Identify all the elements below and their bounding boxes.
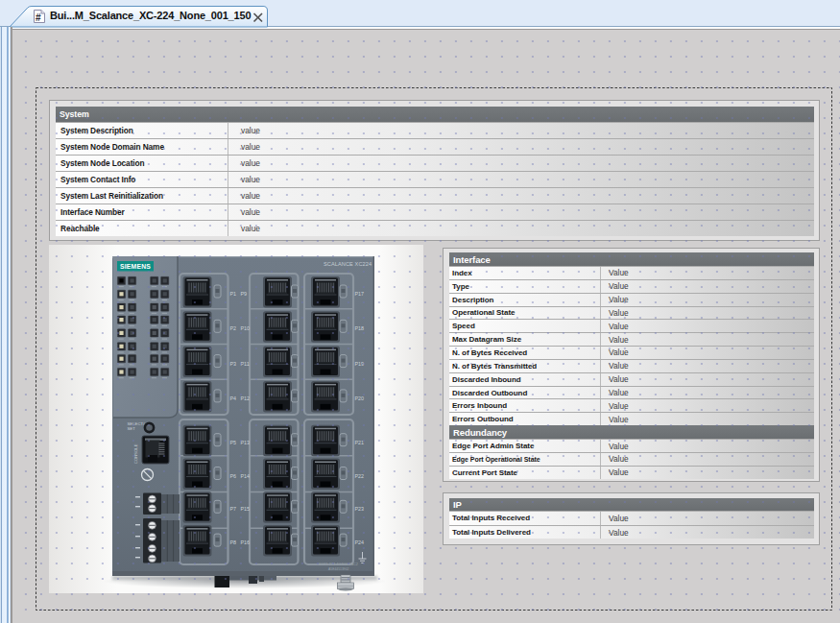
svg-text:SET: SET <box>128 426 136 431</box>
svg-text:P12: P12 <box>241 395 251 401</box>
svg-text:A5E44513902: A5E44513902 <box>328 567 349 571</box>
svg-text:P13: P13 <box>241 440 251 445</box>
svg-text:P8: P8 <box>230 539 237 545</box>
svg-text:SCALANCE XC224: SCALANCE XC224 <box>324 261 372 267</box>
svg-text:P17: P17 <box>355 291 365 297</box>
svg-text:P19: P19 <box>355 361 365 367</box>
svg-text:P4: P4 <box>230 395 237 401</box>
svg-text:P1: P1 <box>230 291 237 297</box>
svg-text:P2: P2 <box>230 325 237 331</box>
svg-text:#: # <box>36 12 41 23</box>
svg-text:P5: P5 <box>230 440 237 445</box>
svg-text:P15: P15 <box>241 506 251 512</box>
svg-text:P7: P7 <box>230 506 237 512</box>
svg-text:P9: P9 <box>241 291 248 297</box>
svg-text:P11: P11 <box>241 361 250 367</box>
svg-text:P20: P20 <box>355 395 365 401</box>
svg-text:CONSOLE: CONSOLE <box>133 443 138 464</box>
svg-text:P21: P21 <box>355 440 365 445</box>
svg-text:6GK5 224-4GS00-2AC2: 6GK5 224-4GS00-2AC2 <box>319 563 358 566</box>
svg-text:P18: P18 <box>355 325 365 331</box>
svg-text:P24: P24 <box>355 539 365 545</box>
svg-text:P3: P3 <box>230 361 237 367</box>
svg-text:P22: P22 <box>355 473 365 479</box>
svg-text:P6: P6 <box>230 473 237 479</box>
svg-text:P14: P14 <box>241 473 251 479</box>
svg-text:SIEMENS: SIEMENS <box>120 263 151 270</box>
svg-text:P16: P16 <box>241 539 251 545</box>
svg-text:P10: P10 <box>241 325 251 331</box>
svg-text:P23: P23 <box>355 506 365 512</box>
